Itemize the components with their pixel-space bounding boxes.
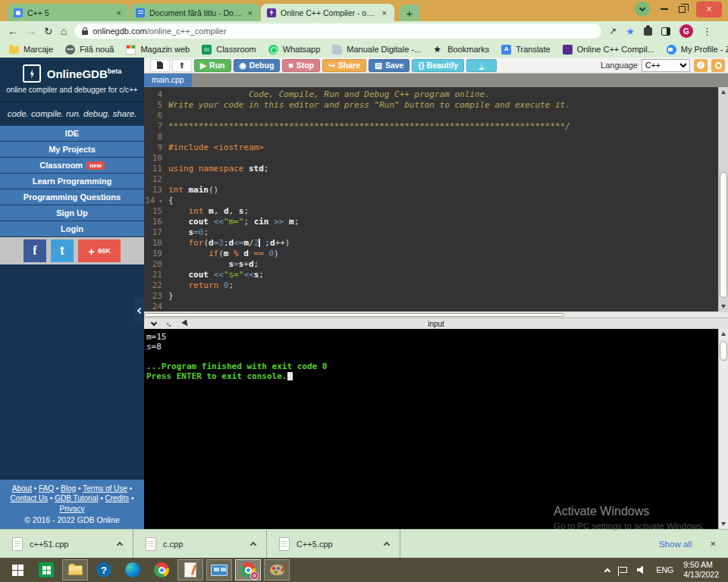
extensions-icon[interactable] (644, 27, 652, 36)
scrollbar-thumb[interactable] (720, 341, 727, 361)
url-omnibox[interactable]: onlinegdb.com/online_c++_compiler (74, 23, 601, 39)
back-icon[interactable]: ← (8, 26, 18, 36)
editor-horizontal-scrollbar[interactable] (144, 311, 728, 318)
info-button[interactable]: i (694, 59, 708, 72)
side-panel-icon[interactable] (661, 27, 670, 36)
new-file-button[interactable] (150, 59, 170, 72)
taskbar-file-explorer[interactable] (62, 559, 88, 580)
chevron-up-icon[interactable] (250, 542, 256, 548)
scroll-down-icon[interactable] (721, 305, 726, 308)
chevron-up-icon[interactable] (384, 542, 390, 548)
volume-icon[interactable] (637, 566, 647, 574)
show-all-downloads-button[interactable]: Show all (659, 540, 692, 549)
sidebar-collapse-handle[interactable] (133, 298, 144, 324)
beautify-button[interactable]: {} Beautify (412, 59, 464, 72)
bookmark-whatsapp[interactable]: Whatsapp (268, 45, 321, 55)
editor-vertical-scrollbar[interactable] (718, 87, 728, 311)
console-output[interactable]: m=15s=8...Program finished with exit cod… (144, 329, 728, 529)
sidebar-item-classroom[interactable]: Classroomnew (0, 158, 144, 174)
hidden-icons-chevron[interactable] (604, 568, 610, 574)
taskbar-chrome[interactable] (149, 559, 174, 580)
footer-link-about[interactable]: About (12, 484, 32, 493)
download-item-c-51-cpp[interactable]: c++51.cpp (0, 530, 133, 558)
tab-close-icon[interactable]: × (115, 8, 123, 17)
input-language[interactable]: ENG (657, 565, 674, 574)
sidebar-item-my-projects[interactable]: My Projects (0, 142, 144, 158)
reload-icon[interactable]: ↻ (44, 26, 53, 36)
lock-icon[interactable] (82, 30, 88, 35)
tab-search-button[interactable] (635, 2, 650, 17)
fold-icon[interactable]: ▾ (155, 198, 162, 205)
scrollbar-thumb[interactable] (720, 172, 727, 298)
close-downloads-icon[interactable]: × (710, 538, 716, 549)
footer-link-contact-us[interactable]: Contact Us (11, 494, 48, 502)
home-icon[interactable]: ⌂ (61, 26, 67, 36)
code-editor[interactable]: 4 Code, Compile, Run and Debug C++ progr… (144, 87, 728, 311)
bookmark-my-profile-zoom[interactable]: My Profile - Zoom (667, 45, 728, 55)
footer-link-terms-of-use[interactable]: Terms of Use (83, 484, 127, 493)
facebook-icon[interactable]: f (24, 239, 46, 262)
sidebar-item-login[interactable]: Login (0, 221, 144, 237)
sidebar-item-ide[interactable]: IDE (0, 126, 144, 142)
download-item-c-5-cpp[interactable]: C++5.cpp (267, 530, 400, 558)
twitter-icon[interactable]: t (51, 239, 74, 262)
browser-menu-icon[interactable]: ⋮ (702, 26, 712, 37)
forward-icon[interactable]: → (26, 26, 36, 36)
footer-link-gdb-tutorial[interactable]: GDB Tutorial (55, 494, 98, 502)
bookmark-bookmarks[interactable]: Bookmarks (433, 45, 489, 55)
footer-link-faq[interactable]: FAQ (39, 484, 54, 493)
share-count-button[interactable]: +66K (78, 239, 121, 262)
scrollbar-thumb[interactable] (144, 313, 564, 317)
start-button[interactable] (5, 559, 30, 580)
scroll-down-icon[interactable] (721, 522, 726, 526)
taskbar-journal[interactable] (177, 559, 203, 580)
taskbar-edge[interactable] (120, 559, 146, 580)
bookmark-magazin-web[interactable]: Magazin web (126, 45, 190, 55)
footer-link-privacy[interactable]: Privacy (60, 505, 85, 513)
file-tab-maincpp[interactable]: main.cpp (144, 74, 192, 87)
profile-avatar[interactable]: G (679, 24, 693, 38)
language-select[interactable]: C++ (642, 59, 690, 72)
taskbar-chrome-active[interactable]: G (235, 559, 261, 580)
browser-tab-1[interactable]: C++ 5 × (8, 4, 129, 21)
tab-close-icon[interactable]: × (246, 8, 254, 17)
share-page-icon[interactable]: ↗ (609, 26, 617, 36)
console-scrollbar[interactable] (718, 329, 728, 529)
bookmark-star-icon[interactable]: ★ (626, 26, 635, 37)
browser-tab-3-active[interactable]: Online C++ Compiler - online ed × (261, 4, 394, 21)
bookmark-manuale-digitale[interactable]: Manuale Digitale -... (332, 45, 421, 55)
restore-button[interactable] (679, 6, 686, 13)
bookmark-marcaje[interactable]: Marcaje (9, 45, 53, 54)
sidebar-item-sign-up[interactable]: Sign Up (0, 205, 144, 221)
clock[interactable]: 9:50 AM 4/13/2022 (683, 560, 719, 580)
new-tab-button[interactable]: + (400, 5, 419, 21)
upload-button[interactable]: ⇑ (172, 59, 192, 72)
scroll-up-icon[interactable] (721, 332, 726, 336)
taskbar-paint[interactable] (264, 559, 290, 580)
sidebar-item-learn-programming[interactable]: Learn Programming (0, 174, 144, 189)
taskbar-help[interactable]: ? (91, 559, 117, 580)
bookmark-translate[interactable]: Translate (501, 45, 550, 55)
bookmark-online-c-compil[interactable]: Online C++ Compil... (563, 45, 654, 55)
run-button[interactable]: ▶Run (194, 59, 231, 72)
bookmark-classroom[interactable]: Classroom (202, 45, 256, 55)
browser-tab-2[interactable]: Document fără titlu - Documente × (130, 4, 260, 21)
footer-link-blog[interactable]: Blog (61, 484, 76, 493)
debug-button[interactable]: ◉Debug (234, 59, 281, 72)
download-item-c-cpp[interactable]: c.cpp (133, 530, 267, 558)
close-window-button[interactable]: × (696, 2, 722, 17)
sidebar-item-programming-questions[interactable]: Programming Questions (0, 189, 144, 205)
settings-button[interactable] (711, 59, 725, 72)
action-center-flag-icon[interactable] (620, 567, 627, 573)
tab-close-icon[interactable]: × (381, 8, 388, 17)
stop-button[interactable]: ■Stop (282, 59, 320, 72)
taskbar-display-settings[interactable] (206, 559, 232, 580)
footer-link-credits[interactable]: Credits (105, 494, 129, 502)
minimize-button[interactable] (661, 8, 668, 10)
download-code-button[interactable]: ↓ (466, 59, 497, 72)
share-button[interactable]: ↪Share (322, 59, 366, 72)
save-button[interactable]: ▤Save (369, 59, 410, 72)
scroll-up-icon[interactable] (721, 90, 726, 94)
chevron-up-icon[interactable] (117, 542, 123, 548)
bookmark-fil-nou[interactable]: Filă nouă (65, 45, 114, 55)
